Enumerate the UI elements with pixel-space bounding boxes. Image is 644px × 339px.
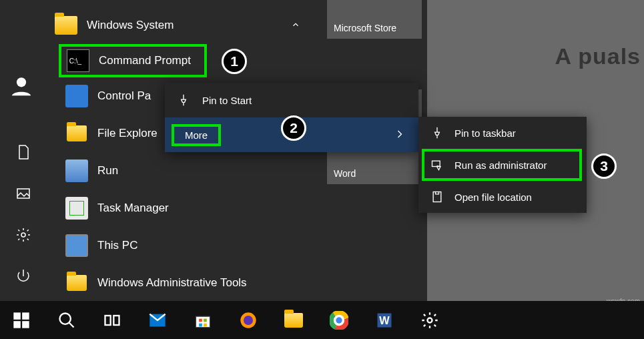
app-label: Windows Administrative Tools — [97, 276, 247, 290]
tile-label: Microsoft Store — [334, 23, 415, 33]
tile-label: Word — [334, 168, 415, 179]
app-label: Control Pa — [97, 89, 151, 103]
svg-rect-9 — [13, 312, 20, 320]
app-task-manager[interactable]: Task Manager — [55, 190, 308, 227]
svg-rect-21 — [204, 323, 207, 326]
chevron-up-icon — [291, 20, 300, 31]
watermark-text: A puals — [555, 43, 641, 69]
svg-rect-11 — [13, 321, 20, 328]
app-list: Windows System C:\_ Command Prompt Contr… — [55, 7, 308, 302]
svg-point-31 — [428, 318, 432, 322]
this-pc-icon — [65, 234, 88, 257]
svg-rect-8 — [433, 192, 441, 202]
svg-rect-12 — [22, 321, 29, 328]
app-command-prompt[interactable]: C:\_ Command Prompt — [59, 44, 207, 77]
folder-label: Windows System — [87, 19, 174, 32]
task-manager-icon — [65, 197, 88, 220]
menu-label: More — [185, 129, 208, 141]
search-button[interactable] — [45, 301, 88, 339]
taskbar-chrome[interactable] — [318, 301, 360, 339]
svg-point-28 — [336, 317, 342, 323]
svg-point-13 — [60, 313, 71, 324]
folder-windows-system[interactable]: Windows System — [55, 7, 308, 44]
tile-microsoft-store[interactable]: Microsoft Store — [327, 0, 422, 39]
step-badge-2: 2 — [281, 115, 306, 141]
menu-pin-to-taskbar[interactable]: Pin to taskbar — [418, 117, 587, 149]
control-panel-icon — [65, 85, 88, 107]
power-icon[interactable] — [7, 260, 40, 293]
menu-label: Pin to taskbar — [454, 127, 516, 139]
run-icon — [65, 159, 88, 182]
taskbar-word[interactable]: W — [363, 301, 406, 339]
svg-point-2 — [21, 233, 25, 237]
svg-text:W: W — [379, 314, 390, 326]
app-this-pc[interactable]: This PC — [55, 227, 308, 264]
svg-rect-17 — [196, 316, 210, 327]
svg-rect-15 — [113, 316, 119, 325]
app-label: This PC — [97, 239, 137, 252]
context-menu-more: Pin to taskbar Run as administrator Open… — [418, 117, 587, 213]
start-button[interactable] — [0, 301, 43, 339]
settings-icon[interactable] — [7, 218, 40, 252]
svg-rect-10 — [22, 312, 29, 320]
svg-rect-18 — [199, 318, 202, 322]
admin-tools-icon — [65, 272, 88, 294]
cmd-icon: C:\_ — [67, 49, 89, 72]
step-badge-1: 1 — [222, 49, 247, 74]
taskbar-file-explorer[interactable] — [272, 301, 315, 339]
app-label: Command Prompt — [99, 54, 191, 67]
task-view-button[interactable] — [91, 301, 133, 339]
svg-rect-19 — [204, 318, 207, 322]
documents-icon[interactable] — [7, 135, 40, 169]
start-left-rail — [0, 0, 47, 301]
menu-label: Run as administrator — [454, 159, 547, 171]
app-label: File Explore — [97, 127, 157, 140]
svg-rect-7 — [432, 161, 440, 166]
taskbar: W — [0, 301, 644, 339]
menu-run-as-administrator[interactable]: Run as administrator — [418, 149, 587, 181]
app-run[interactable]: Run — [55, 152, 308, 190]
app-label: Run — [97, 164, 118, 178]
step-badge-3: 3 — [591, 153, 617, 179]
taskbar-firefox[interactable] — [227, 301, 270, 339]
svg-rect-20 — [199, 323, 202, 326]
taskbar-store[interactable] — [182, 301, 224, 339]
menu-label: Open file location — [454, 192, 532, 203]
file-explorer-icon — [65, 122, 88, 145]
menu-open-file-location[interactable]: Open file location — [418, 181, 587, 213]
app-admin-tools[interactable]: Windows Administrative Tools — [55, 264, 308, 302]
taskbar-mail[interactable] — [136, 301, 179, 339]
folder-icon — [55, 16, 77, 35]
menu-label: Pin to Start — [202, 95, 252, 106]
svg-rect-1 — [17, 189, 29, 198]
menu-pin-to-start[interactable]: Pin to Start — [165, 83, 418, 117]
pictures-icon[interactable] — [7, 177, 40, 210]
chevron-right-icon — [393, 127, 406, 143]
svg-point-23 — [244, 316, 253, 325]
taskbar-settings[interactable] — [408, 301, 451, 339]
app-label: Task Manager — [97, 202, 169, 215]
svg-rect-14 — [105, 316, 111, 325]
